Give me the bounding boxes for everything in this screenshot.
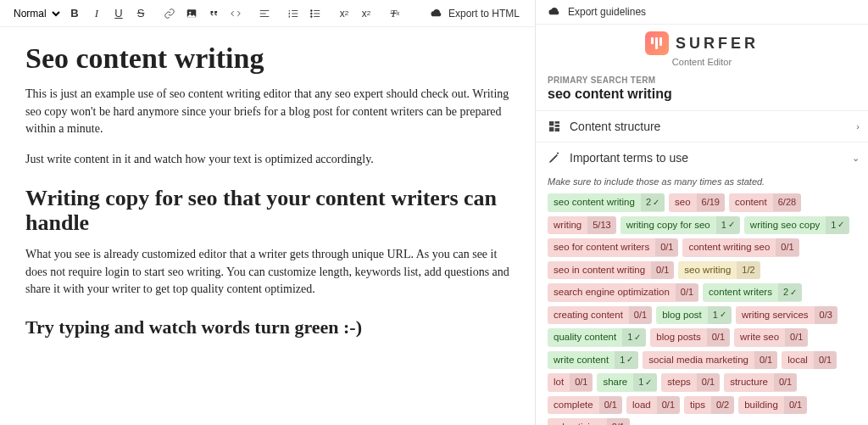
underline-button[interactable]: U [108, 3, 129, 24]
term-chip[interactable]: seo for content writers0/1 [548, 238, 678, 257]
export-guidelines-button[interactable]: Export guidelines [536, 0, 868, 25]
clear-format-button[interactable]: Tx [385, 3, 405, 24]
term-chip[interactable]: load0/1 [626, 396, 680, 415]
term-chip-count: 6/28 [773, 193, 801, 211]
brand-block: SURFER Content Editor [536, 25, 868, 69]
code-button[interactable] [225, 3, 246, 24]
term-chip[interactable]: writing seo copy1✓ [744, 216, 850, 235]
term-chip-label: content [729, 193, 773, 212]
ordered-list-button[interactable] [283, 3, 303, 24]
term-chip[interactable]: tips0/2 [684, 396, 734, 415]
term-chip-label: writing services [736, 306, 815, 325]
term-chip[interactable]: social media marketing0/1 [643, 351, 777, 370]
term-chip[interactable]: seo6/19 [669, 193, 725, 212]
term-chip[interactable]: seo writing1/2 [678, 261, 760, 280]
term-chip-label: complete [548, 396, 599, 415]
svg-point-3 [310, 13, 312, 14]
bold-button[interactable]: B [64, 3, 85, 24]
editor-content[interactable]: Seo content writing This is just an exam… [0, 27, 535, 354]
term-chip-label: seo in content writing [548, 261, 651, 280]
term-chip-count: 1✓ [708, 306, 732, 324]
term-chip[interactable]: structure0/1 [724, 373, 797, 392]
term-chip-label: advertising [548, 418, 607, 425]
term-chip[interactable]: write seo0/1 [734, 328, 808, 347]
term-chip[interactable]: share1✓ [597, 373, 657, 392]
term-chip-count: 0/1 [629, 306, 652, 324]
unordered-list-button[interactable] [305, 3, 326, 24]
image-button[interactable] [181, 3, 202, 24]
heading-3[interactable]: Try typing and watch words turn green :-… [25, 316, 509, 338]
italic-button[interactable]: I [86, 3, 107, 24]
term-chip[interactable]: write content1✓ [548, 351, 638, 370]
term-chip[interactable]: writing copy for seo1✓ [620, 216, 740, 235]
term-chip[interactable]: content writers2✓ [703, 283, 802, 302]
term-chip[interactable]: content6/28 [729, 193, 801, 212]
term-chip-label: writing [548, 216, 587, 235]
term-chip-count: 0/1 [570, 373, 593, 391]
term-chip[interactable]: local0/1 [782, 351, 837, 370]
term-chip[interactable]: blog posts0/1 [650, 328, 730, 347]
heading-2[interactable]: Writing copy for seo that your content w… [25, 186, 509, 237]
heading-1[interactable]: Seo content writing [25, 42, 509, 74]
term-chip-label: quality content [548, 328, 622, 347]
term-chip-count: 0/3 [815, 306, 837, 324]
editor-pane: Normal B I U S x2 x2 Tx Export to HTML S… [0, 0, 536, 425]
term-chip-count: 0/1 [784, 396, 807, 414]
section-content-structure[interactable]: Content structure › [536, 110, 868, 142]
term-chip-label: lot [548, 373, 570, 392]
term-chip-count: 0/1 [697, 373, 720, 391]
term-chip-count: 1✓ [826, 216, 849, 234]
quote-button[interactable] [203, 3, 224, 24]
term-chip[interactable]: steps0/1 [661, 373, 720, 392]
term-chip-label: seo for content writers [548, 238, 655, 257]
term-chip-label: write content [548, 351, 615, 370]
term-chip-count: 5/13 [587, 216, 615, 234]
term-chip[interactable]: creating content0/1 [548, 306, 652, 325]
term-chip[interactable]: quality content1✓ [548, 328, 646, 347]
term-chip-count: 2✓ [778, 283, 802, 301]
term-chip[interactable]: seo content writing2✓ [548, 193, 665, 212]
term-chip-label: writing copy for seo [620, 216, 716, 235]
term-chip[interactable]: building0/1 [738, 396, 807, 415]
paragraph[interactable]: Just write content in it and watch how y… [25, 151, 509, 168]
term-chip[interactable]: content writing seo0/1 [682, 238, 798, 257]
term-chip-count: 0/1 [754, 351, 777, 369]
term-chip-label: content writing seo [682, 238, 776, 257]
term-chip-count: 0/1 [657, 396, 680, 414]
export-html-button[interactable]: Export to HTML [430, 7, 528, 20]
term-chip[interactable]: writing5/13 [548, 216, 616, 235]
check-icon: ✓ [626, 355, 633, 364]
subscript-button[interactable]: x2 [334, 3, 354, 24]
term-chip-count: 0/1 [607, 418, 630, 425]
terms-hint: Make sure to include those as many times… [548, 176, 856, 187]
section-important-terms[interactable]: Important terms to use ⌄ [536, 142, 868, 173]
term-chip-count: 2✓ [641, 193, 665, 211]
term-chip[interactable]: writing services0/3 [736, 306, 837, 325]
svg-point-4 [310, 15, 312, 17]
check-icon: ✓ [634, 333, 641, 342]
term-chip[interactable]: seo in content writing0/1 [548, 261, 674, 280]
format-select[interactable]: Normal [7, 5, 63, 22]
term-chip-count: 0/1 [814, 351, 837, 369]
term-chip-label: structure [724, 373, 774, 392]
cloud-download-icon [430, 7, 443, 20]
term-chip[interactable]: blog post1✓ [656, 306, 732, 325]
strike-button[interactable]: S [131, 3, 151, 24]
term-chip[interactable]: complete0/1 [548, 396, 622, 415]
term-chip[interactable]: lot0/1 [548, 373, 593, 392]
term-chip-label: search engine optimization [548, 283, 676, 302]
cloud-download-icon [548, 5, 561, 19]
editor-toolbar: Normal B I U S x2 x2 Tx Export to HTML [0, 0, 535, 27]
pencil-icon [548, 151, 561, 165]
term-chip-label: write seo [734, 328, 785, 347]
align-button[interactable] [254, 3, 275, 24]
link-button[interactable] [159, 3, 180, 24]
surfer-logo-icon [645, 31, 669, 55]
superscript-button[interactable]: x2 [356, 3, 376, 24]
paragraph[interactable]: This is just an example use of seo conte… [25, 86, 509, 137]
paragraph[interactable]: What you see is already customized edito… [25, 246, 509, 298]
term-chip[interactable]: advertising0/1 [548, 418, 630, 425]
term-chip[interactable]: search engine optimization0/1 [548, 283, 698, 302]
guidelines-pane: Export guidelines SURFER Content Editor … [536, 0, 868, 425]
term-chip-label: writing seo copy [744, 216, 826, 235]
